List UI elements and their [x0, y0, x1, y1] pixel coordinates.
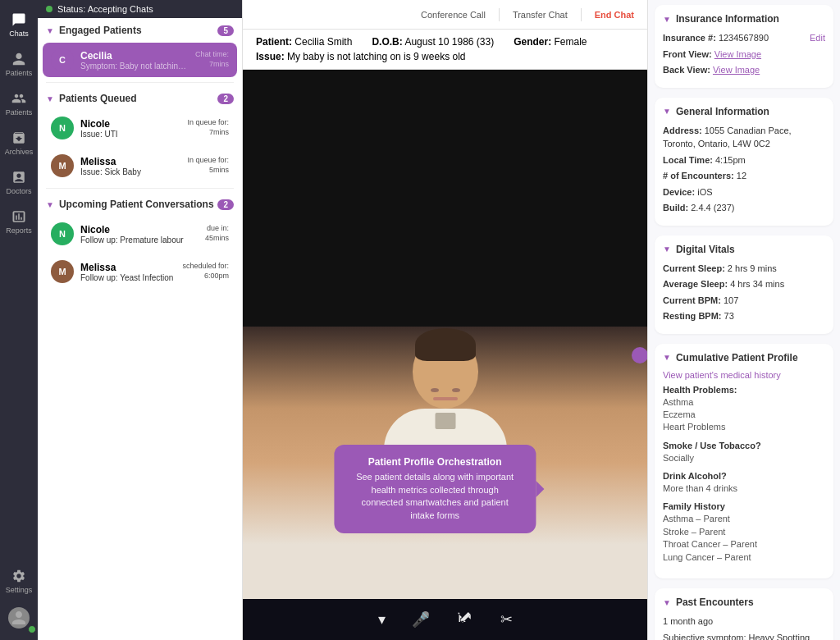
- chat-icon: [11, 11, 27, 28]
- dob-field: D.O.B: August 10 1986 (33): [372, 36, 494, 48]
- patient-time-melissa-queued: In queue for: 5mins: [187, 156, 229, 175]
- patient-time-nicole-queued: In queue for: 7mins: [187, 118, 229, 137]
- health-problem-heart: Heart Problems: [663, 421, 825, 433]
- avatar-nicole-queued: N: [51, 117, 74, 139]
- address-row: Address: 1055 Canadian Pace, Toronto, On…: [663, 124, 825, 151]
- tooltip-desc: See patient details along with important…: [350, 471, 520, 522]
- conference-call-button[interactable]: Conference Call: [421, 7, 486, 23]
- chevron-upcoming-icon: ▼: [46, 200, 54, 209]
- patient-time-melissa-upcoming: scheduled for: 6:00pm: [182, 262, 229, 281]
- digital-vitals-title: Digital Vitals: [676, 244, 735, 255]
- patient-info-cecilia: Cecilia Symptom: Baby not latching ...: [80, 50, 189, 71]
- right-panel: ▼ Insurance Information Insurance #: 123…: [647, 0, 840, 640]
- front-view-link[interactable]: View Image: [714, 49, 761, 59]
- avatar-melissa-upcoming: M: [51, 260, 74, 283]
- doctor-eye-r: [452, 388, 460, 392]
- doctor-hair: [415, 328, 476, 361]
- chevron-encounters-icon: ▼: [663, 598, 671, 607]
- patient-item-cecilia[interactable]: C Cecilia Symptom: Baby not latching ...…: [43, 43, 237, 77]
- chevron-general-icon: ▼: [663, 107, 671, 116]
- status-label: Status: Accepting Chats: [57, 4, 153, 14]
- sidebar-item-archives[interactable]: Archives: [2, 125, 36, 161]
- patients-queued-count: 2: [217, 94, 234, 104]
- video-off-button[interactable]: [456, 610, 474, 629]
- back-view-link[interactable]: View Image: [713, 65, 760, 75]
- patient-item-nicole-queued[interactable]: N Nicole Issue: UTI In queue for: 7mins: [43, 111, 237, 145]
- sidebar-item-settings[interactable]: Settings: [2, 563, 36, 599]
- patient-header: Patient: Cecilia Smith D.O.B: August 10 …: [243, 30, 647, 70]
- family-history-3: Throat Cancer – Parent: [663, 538, 825, 551]
- view-medical-history-link[interactable]: View patient's medical history: [663, 370, 825, 380]
- user-avatar[interactable]: [2, 602, 36, 633]
- cumulative-profile-section: ▼ Cumulative Patient Profile View patien…: [655, 344, 833, 579]
- past-encounters-title: Past Encounters: [676, 597, 754, 608]
- divider: [46, 82, 234, 83]
- alcohol-value: More than 4 drinks: [663, 482, 825, 495]
- upcoming-conversations-header[interactable]: ▼ Upcoming Patient Conversations 2: [38, 192, 242, 215]
- family-history-label: Family History: [663, 501, 825, 511]
- issue-row: Issue: My baby is not latching on is 9 w…: [256, 51, 634, 62]
- avatar: [8, 607, 30, 629]
- sidebar-item-chats[interactable]: Chats: [2, 7, 36, 43]
- build-row: Build: 2.4.4 (237): [663, 201, 825, 215]
- sidebar-item-reports[interactable]: Reports: [2, 203, 36, 240]
- settings-icon: [11, 568, 27, 584]
- local-time-row: Local Time: 4:15pm: [663, 153, 825, 167]
- sidebar-item-group[interactable]: Patients: [2, 85, 36, 121]
- general-info-section: ▼ General Information Address: 1055 Cana…: [655, 98, 833, 226]
- alcohol-section: Drink Alcohol? More than 4 drinks: [663, 471, 825, 495]
- engaged-patients-label: Engaged Patients: [59, 25, 142, 36]
- cumulative-title: Cumulative Patient Profile: [676, 352, 798, 363]
- patient-symptom-melissa-upcoming: Follow up: Yeast Infection: [80, 273, 176, 282]
- engaged-patients-header[interactable]: ▼ Engaged Patients 5: [38, 18, 242, 41]
- patient-name-cecilia: Cecilia: [80, 50, 189, 62]
- chevron-down-button[interactable]: ▾: [378, 610, 386, 629]
- doctor-icon: [11, 169, 27, 185]
- end-chat-button[interactable]: End Chat: [595, 10, 634, 20]
- avatar-cecilia: C: [51, 48, 74, 71]
- transfer-chat-button[interactable]: Transfer Chat: [513, 7, 568, 23]
- patient-name-melissa-queued: Melissa: [80, 156, 180, 167]
- doctor-mouth: [433, 397, 458, 400]
- divider-topbar1: [499, 8, 500, 21]
- past-encounters-section: ▼ Past Encounters 1 month ago Subjective…: [655, 588, 833, 640]
- patient-item-melissa-queued[interactable]: M Melissa Issue: Sick Baby In queue for:…: [43, 149, 237, 183]
- patient-symptom-cecilia: Symptom: Baby not latching ...: [80, 62, 189, 71]
- sidebar-item-doctors[interactable]: Doctors: [2, 164, 36, 200]
- divider2: [46, 188, 234, 189]
- patient-name-melissa-upcoming: Melissa: [80, 262, 176, 273]
- reports-icon: [11, 208, 27, 225]
- patient-symptom-nicole-queued: Issue: UTI: [80, 130, 180, 139]
- resting-bpm-row: Resting BPM: 73: [663, 309, 825, 323]
- encounter-time: 1 month ago: [663, 615, 825, 629]
- patient-name-nicole-queued: Nicole: [80, 118, 180, 130]
- health-problem-eczema: Eczema: [663, 409, 825, 421]
- patient-info-melissa-queued: Melissa Issue: Sick Baby: [80, 156, 180, 176]
- mic-button[interactable]: 🎤: [412, 610, 430, 629]
- purple-handle-dot[interactable]: [632, 347, 647, 363]
- person-icon: [11, 51, 27, 67]
- edit-insurance-button[interactable]: Edit: [810, 31, 825, 45]
- family-history-section: Family History Asthma – Parent Stroke – …: [663, 501, 825, 564]
- encounter-subjective: Subjective symptom: Heavy Spotting: [663, 631, 825, 640]
- sidebar-label-chats: Chats: [9, 30, 29, 38]
- chevron-cumulative-icon: ▼: [663, 353, 671, 362]
- sidebar-label-patients2: Patients: [6, 108, 33, 117]
- current-bpm-row: Current BPM: 107: [663, 294, 825, 308]
- end-call-button[interactable]: ✂: [500, 610, 513, 629]
- patient-panel: Status: Accepting Chats ▼ Engaged Patien…: [38, 0, 243, 640]
- patient-symptom-nicole-upcoming: Follow up: Premature labour: [80, 235, 199, 245]
- family-history-2: Stroke – Parent: [663, 526, 825, 538]
- patients-queued-header[interactable]: ▼ Patients Queued 2: [38, 86, 242, 109]
- chevron-queued-icon: ▼: [46, 94, 54, 103]
- front-view-row: Front View: View Image: [663, 48, 825, 62]
- sidebar-label-doctors: Doctors: [6, 187, 31, 195]
- insurance-num-row: Insurance #: 1234567890 Edit: [663, 31, 825, 45]
- patient-name-nicole-upcoming: Nicole: [80, 224, 199, 235]
- patient-item-melissa-upcoming[interactable]: M Melissa Follow up: Yeast Infection sch…: [43, 254, 237, 289]
- smoke-section: Smoke / Use Tobacco? Socially: [663, 441, 825, 464]
- sidebar-item-patients[interactable]: Patients: [2, 46, 36, 82]
- general-info-title: General Information: [676, 106, 769, 117]
- patient-info-melissa-upcoming: Melissa Follow up: Yeast Infection: [80, 262, 176, 282]
- patient-item-nicole-upcoming[interactable]: N Nicole Follow up: Premature labour due…: [43, 217, 237, 251]
